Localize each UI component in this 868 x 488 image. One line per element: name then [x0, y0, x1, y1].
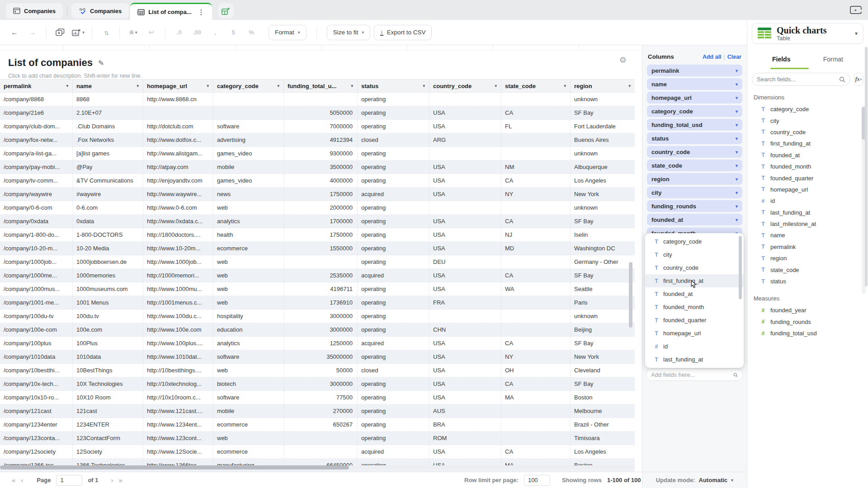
cell-funding-total[interactable]: 35000000 [283, 350, 357, 363]
sort-caret-icon[interactable]: ▾ [277, 84, 279, 88]
dimension-field[interactable]: T last_funding_at [747, 207, 868, 218]
cell-region[interactable]: SF Bay [570, 215, 635, 228]
cell-region[interactable]: Washington DC [570, 242, 635, 255]
field-dropdown-item[interactable]: T founded_month [645, 300, 744, 314]
cell-country-code[interactable]: USA [429, 215, 501, 228]
increase-decimal-button[interactable]: .00 [190, 25, 204, 40]
cell-name[interactable]: 1-800-DOCTORS [72, 228, 143, 241]
tab-companies-1[interactable]: Companies [6, 3, 63, 19]
cell-country-code[interactable]: ROM [429, 432, 501, 445]
horizontal-scrollbar-thumb[interactable] [0, 465, 349, 469]
cell-country-code[interactable]: BRA [429, 418, 501, 431]
edit-title-icon[interactable]: ✎ [98, 59, 104, 67]
cell-region[interactable]: Iselin [570, 228, 635, 241]
cell-region[interactable]: Beijing [570, 323, 635, 336]
cell-name[interactable]: 10BestThings [72, 364, 143, 377]
chevron-down-icon[interactable]: ▾ [731, 478, 733, 483]
cell-country-code[interactable]: USA [429, 174, 501, 187]
add-formula-field-button[interactable]: fx+ [854, 73, 863, 86]
cell-funding-total[interactable]: 4000000 [283, 174, 357, 187]
cell-region[interactable]: Germany - Other [570, 255, 635, 268]
cell-permalink[interactable]: /company/0-6-com [0, 201, 72, 214]
cell-name[interactable]: 1001 Menus [72, 296, 143, 309]
cell-name[interactable]: 1010data [72, 350, 143, 363]
undo-button[interactable]: ← [7, 25, 22, 40]
cell-status[interactable]: closed [357, 364, 429, 377]
cell-category-code[interactable]: web [213, 296, 283, 309]
sort-caret-icon[interactable]: ▾ [207, 84, 209, 88]
format-dropdown[interactable]: Format▾ [269, 25, 307, 40]
cell-country-code[interactable]: USA [429, 377, 501, 390]
column-chip[interactable]: name ▾ [647, 78, 742, 90]
chevron-down-icon[interactable]: ▾ [736, 150, 738, 155]
tab-menu-icon[interactable]: ⋮ [198, 8, 205, 16]
cell-region[interactable]: Timisoara [570, 432, 635, 445]
dimension-field[interactable]: T last_milestone_at [747, 218, 868, 230]
cell-region[interactable]: Boston [570, 391, 635, 404]
cell-country-code[interactable]: USA [429, 364, 501, 377]
cell-permalink[interactable]: /company/1234enter [0, 418, 72, 431]
cell-state-code[interactable] [501, 147, 570, 160]
cell-permalink[interactable]: /company/1000mus... [0, 282, 72, 296]
cell-status[interactable]: operating [357, 147, 429, 160]
dimension-field[interactable]: T region [747, 253, 868, 264]
cell-country-code[interactable]: USA [429, 269, 501, 282]
cell-country-code[interactable]: USA [429, 242, 501, 255]
cell-state-code[interactable] [501, 418, 570, 431]
cell-permalink[interactable]: /company/10bestthi... [0, 364, 72, 377]
dimension-field[interactable]: # id [747, 195, 868, 206]
cell-name[interactable]: 100du.tv [72, 310, 143, 323]
column-chip[interactable]: state_code ▾ [647, 160, 742, 171]
search-fields-box[interactable] [752, 73, 850, 86]
cell-homepage-url[interactable]: http://dotclub.com [143, 120, 213, 133]
cell-category-code[interactable] [213, 93, 283, 106]
cell-category-code[interactable]: ecommerce [213, 418, 283, 431]
cell-permalink[interactable]: /company/1010data [0, 350, 72, 363]
cell-homepage-url[interactable]: http://www.8868.cn [143, 93, 213, 106]
column-chip[interactable]: funding_rounds ▾ [647, 200, 742, 212]
cell-region[interactable]: Fort Lauderdale [570, 120, 635, 133]
cell-permalink[interactable]: /company/0xdata [0, 215, 72, 228]
clear-link[interactable]: Clear [727, 54, 741, 60]
delete-chart-button[interactable]: ▾ [71, 25, 85, 40]
cell-homepage-url[interactable]: http://www.alistgam... [143, 147, 213, 160]
cell-permalink[interactable]: /company/1000me... [0, 269, 72, 282]
cell-category-code[interactable]: advertising [213, 133, 283, 146]
cell-country-code[interactable]: USA [429, 120, 501, 133]
column-header[interactable]: funding_total_u... ▾ [283, 80, 357, 92]
cell-category-code[interactable]: web [213, 282, 283, 296]
cell-funding-total[interactable]: 3000000 [283, 323, 357, 336]
cell-status[interactable]: operating [357, 215, 429, 228]
cell-name[interactable]: 10X10 Room [72, 391, 143, 404]
dimension-field[interactable]: T name [747, 230, 868, 241]
column-chip[interactable]: homepage_url ▾ [647, 92, 742, 103]
tab-list-of-companies[interactable]: List of compa... ⋮ [130, 3, 212, 20]
add-fields-input[interactable] [651, 371, 731, 378]
cell-permalink[interactable]: /company/123conta... [0, 432, 72, 445]
measure-field[interactable]: # funding_total_usd [747, 328, 868, 339]
cell-region[interactable]: SF Bay [570, 269, 635, 282]
dimension-field[interactable]: T city [747, 115, 868, 126]
cell-name[interactable]: 10X Technologies [72, 377, 143, 390]
cell-state-code[interactable]: CA [501, 106, 570, 119]
cell-status[interactable]: operating [357, 106, 429, 119]
cell-status[interactable]: operating [357, 296, 429, 309]
cell-permalink[interactable]: /company/waywire [0, 188, 72, 201]
cell-country-code[interactable]: USA [429, 160, 501, 174]
cell-state-code[interactable]: NJ [501, 228, 570, 241]
new-tab-button[interactable] [218, 3, 234, 19]
cell-permalink[interactable]: /company/1001-me... [0, 296, 72, 309]
column-header[interactable]: state_code ▾ [501, 80, 570, 92]
cell-status[interactable]: acquired [357, 445, 429, 458]
sort-caret-icon[interactable]: ▾ [66, 84, 68, 88]
cell-funding-total[interactable]: 2535000 [283, 269, 357, 282]
dropdown-scrollbar-thumb[interactable] [739, 236, 742, 299]
cell-status[interactable]: operating [357, 323, 429, 336]
cell-state-code[interactable] [501, 310, 570, 323]
cell-region[interactable]: unknown [570, 310, 635, 323]
sort-button[interactable]: ↑↓ [99, 25, 113, 40]
measure-field[interactable]: # founded_year [747, 305, 868, 316]
cell-category-code[interactable]: biotech [213, 377, 283, 390]
cell-name[interactable]: 121cast [72, 404, 143, 418]
cell-funding-total[interactable]: 3000000 [283, 310, 357, 323]
